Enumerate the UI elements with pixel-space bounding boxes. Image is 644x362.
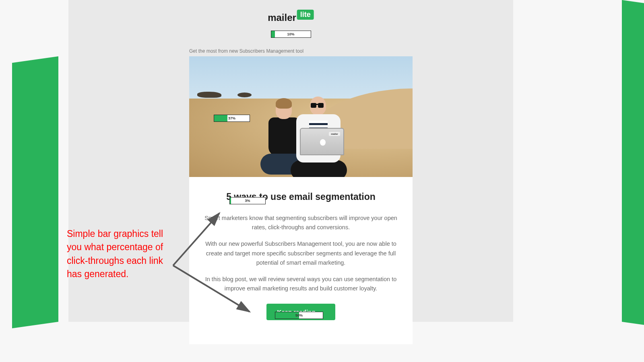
- apple-logo-icon: [320, 139, 326, 146]
- click-bar-heading[interactable]: 3%: [229, 197, 266, 204]
- laptop-sticker: mailer: [329, 132, 340, 136]
- article-paragraph: With our new powerful Subscribers Manage…: [201, 239, 400, 267]
- hero-rocks: [237, 93, 252, 97]
- click-bar-label: 10%: [271, 32, 311, 36]
- click-bar-logo[interactable]: 10%: [271, 31, 311, 38]
- article-paragraph: In this blog post, we will review severa…: [201, 275, 400, 293]
- decor-shape-left: [12, 56, 58, 328]
- article-body: 5 ways to use email segmentation Smart m…: [189, 177, 413, 344]
- hero-laptop: mailer: [300, 128, 344, 156]
- article-paragraph: Smart marketers know that segmenting sub…: [201, 214, 400, 232]
- click-bar-label: 50%: [275, 313, 323, 317]
- logo[interactable]: mailerlite: [268, 12, 314, 23]
- annotation-callout: Simple bar graphics tell you what percen…: [67, 227, 167, 281]
- hero-rocks: [197, 92, 221, 98]
- click-bar-image[interactable]: 37%: [214, 115, 250, 122]
- logo-main: mailer: [268, 12, 296, 23]
- logo-accent: lite: [297, 10, 314, 20]
- decor-shape-right: [622, 0, 644, 325]
- click-bar-label: 37%: [214, 116, 250, 120]
- preheader-text: Get the most from new Subscribers Manage…: [189, 48, 303, 54]
- click-bar-label: 3%: [230, 199, 265, 203]
- click-bar-cta[interactable]: 50%: [275, 312, 323, 319]
- canvas: mailerlite 10% Get the most from new Sub…: [0, 0, 644, 362]
